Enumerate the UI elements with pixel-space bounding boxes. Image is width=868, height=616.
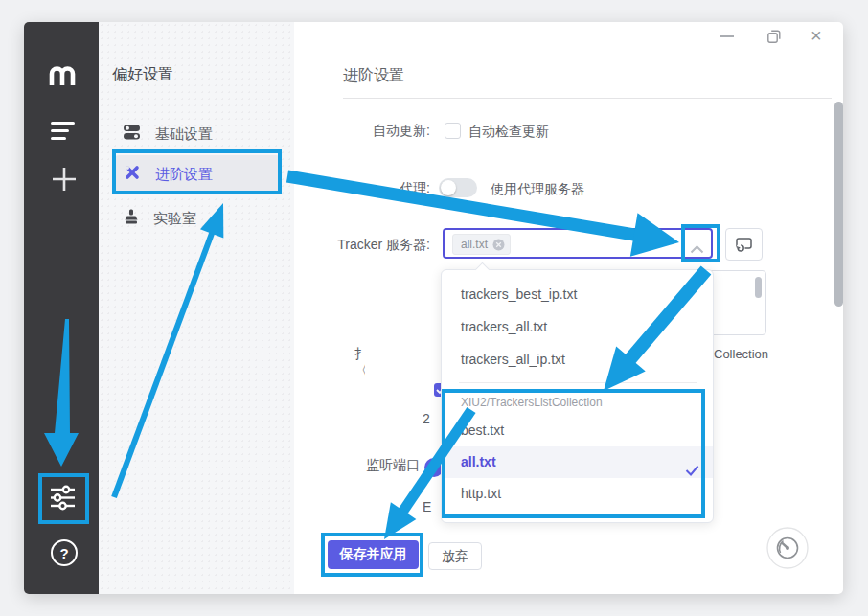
save-and-apply-button[interactable]: 保存并应用 — [328, 540, 419, 569]
page-background: ? 偏好设置 基础设置 — [0, 0, 868, 616]
proxy-toggle-label: 使用代理服务器 — [491, 181, 584, 198]
listen-port-label: 监听端口 — [366, 457, 420, 474]
sidebar-item-lab[interactable]: 实验室 — [115, 199, 280, 238]
collection-link-fragment: Collection — [714, 347, 768, 361]
main-scrollbar[interactable] — [834, 102, 843, 307]
add-task-icon[interactable] — [50, 165, 79, 197]
text-fragment: 2 — [423, 411, 430, 426]
preferences-panel: 偏好设置 基础设置 — [99, 22, 294, 594]
toggle-knob — [441, 180, 456, 195]
auto-update-label: 自动更新: — [306, 123, 430, 140]
sidebar-item-label: 实验室 — [153, 210, 196, 228]
help-text-fragment: 〈 — [354, 362, 365, 377]
textarea-scrollbar[interactable] — [755, 277, 762, 298]
sidebar-item-label: 进阶设置 — [155, 166, 213, 184]
sidebar: ? — [24, 22, 99, 594]
chevron-up-icon[interactable] — [690, 240, 704, 258]
dropdown-item[interactable]: trackers_best_ip.txt — [442, 278, 713, 310]
tools-icon — [123, 163, 142, 186]
sidebar-item-basic-settings[interactable]: 基础设置 — [115, 115, 280, 153]
page-title: 进阶设置 — [343, 66, 404, 86]
auto-update-checkbox[interactable] — [445, 123, 461, 139]
preferences-icon[interactable] — [50, 485, 76, 514]
close-button[interactable]: × — [811, 25, 822, 47]
tag-close-icon[interactable] — [492, 239, 505, 251]
dropdown-item[interactable]: best.txt — [442, 415, 713, 446]
dropdown-item[interactable]: trackers_all.txt — [442, 310, 713, 343]
help-icon[interactable]: ? — [51, 539, 78, 566]
help-text-fragment: 扌 — [354, 346, 365, 361]
dropdown-item-selected[interactable]: all.txt — [442, 446, 713, 478]
speed-gauge-button[interactable] — [766, 527, 809, 573]
app-window: ? 偏好设置 基础设置 — [24, 22, 843, 594]
motrix-logo-icon — [49, 64, 80, 89]
tracker-label: Tracker 服务器: — [306, 237, 430, 254]
auto-update-checkbox-label: 自动检查更新 — [468, 124, 549, 141]
dropdown-item[interactable]: http.txt — [442, 478, 713, 510]
dropdown-divider — [459, 382, 697, 383]
dropdown-group-label: XIU2/TrackersListCollection — [442, 390, 713, 415]
dropdown-item[interactable]: trackers_all_ip.txt — [442, 343, 713, 376]
minimize-button[interactable] — [720, 35, 734, 37]
tracker-tag[interactable]: all.txt — [452, 234, 511, 255]
sidebar-item-label: 基础设置 — [155, 125, 213, 144]
maximize-button[interactable] — [766, 29, 782, 48]
proxy-label: 代理: — [306, 180, 430, 197]
preferences-title: 偏好设置 — [112, 65, 173, 85]
discard-button[interactable]: 放弃 — [428, 542, 482, 570]
tracker-dropdown: trackers_best_ip.txt trackers_all.txt tr… — [441, 269, 714, 523]
sync-trackers-button[interactable] — [725, 228, 763, 261]
tracker-tag-label: all.txt — [461, 238, 488, 251]
text-fragment: E — [423, 499, 431, 514]
lab-stamp-icon — [123, 208, 140, 229]
tracker-select-input[interactable]: all.txt — [443, 228, 713, 259]
proxy-toggle[interactable] — [439, 178, 477, 197]
title-divider — [343, 98, 832, 99]
toggles-icon — [123, 124, 142, 145]
sidebar-item-advanced-settings[interactable]: 进阶设置 — [115, 155, 280, 194]
